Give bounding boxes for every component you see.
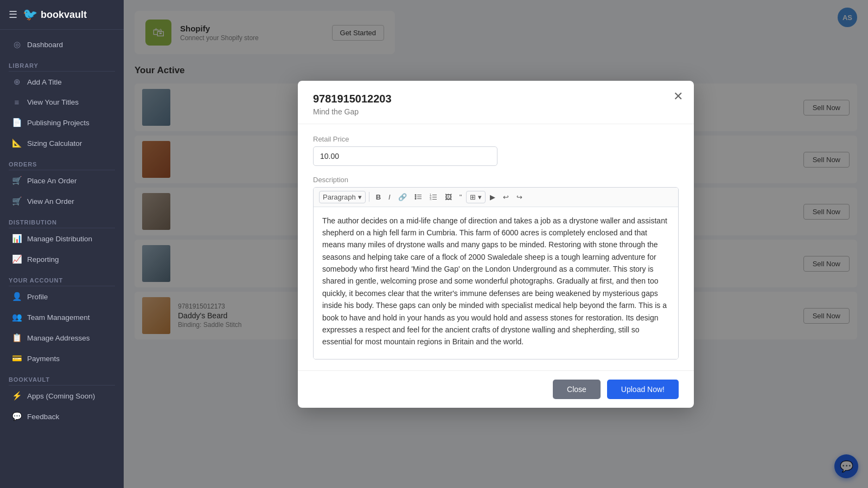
- paragraph-label: Paragraph: [323, 193, 356, 201]
- modal-subtitle: Mind the Gap: [313, 107, 679, 116]
- rich-text-editor: Paragraph ▾ B I 🔗 1.2.3. 🖼: [313, 187, 679, 359]
- view-order-icon: 🛒: [12, 196, 22, 206]
- svg-rect-7: [432, 195, 437, 195]
- profile-icon: 👤: [12, 292, 22, 301]
- italic-button[interactable]: I: [385, 191, 394, 203]
- sidebar-item-payments[interactable]: 💳 Payments: [3, 349, 120, 368]
- reporting-icon: 📈: [12, 254, 22, 264]
- bird-icon: 🐦: [23, 8, 37, 22]
- place-order-icon: 🛒: [12, 176, 22, 185]
- sidebar-item-feedback[interactable]: 💬 Feedback: [3, 407, 120, 426]
- toolbar-divider: [369, 192, 369, 202]
- table-select[interactable]: ⊞ ▾: [466, 191, 486, 203]
- manage-dist-icon: 📊: [12, 234, 22, 243]
- sidebar-item-label: Manage Addresses: [27, 334, 90, 342]
- paragraph-chevron: ▾: [358, 193, 362, 201]
- account-divider: [9, 286, 115, 286]
- feedback-icon: 💬: [12, 412, 22, 421]
- bullet-list-button[interactable]: [411, 191, 425, 203]
- publishing-icon: 📄: [12, 118, 22, 127]
- sidebar-item-label: View Your Titles: [27, 98, 79, 106]
- play-button[interactable]: ▶: [487, 191, 499, 203]
- sidebar-item-label: Feedback: [27, 413, 59, 421]
- svg-point-2: [414, 196, 416, 198]
- sidebar-item-sizing-calculator[interactable]: 📐 Sizing Calculator: [3, 133, 120, 153]
- description-content[interactable]: The author decides on a mid-life change …: [314, 207, 678, 359]
- sidebar-item-label: Add A Title: [27, 78, 62, 86]
- view-titles-icon: ≡: [12, 98, 22, 107]
- modal-close-button[interactable]: ✕: [673, 91, 683, 102]
- sidebar-item-label: Place An Order: [27, 177, 77, 185]
- sidebar-item-label: Reporting: [27, 255, 59, 264]
- modal-isbn: 9781915012203: [313, 93, 679, 105]
- modal-header: 9781915012203 Mind the Gap ✕: [298, 81, 694, 124]
- addresses-icon: 📋: [12, 333, 22, 343]
- main-area: AS 🛍 Shopify Connect your Shopify store …: [124, 0, 868, 488]
- sidebar-item-label: Apps (Coming Soon): [27, 392, 95, 400]
- brand-logo: 🐦 bookvault: [23, 8, 87, 22]
- table-chevron: ▾: [478, 193, 482, 201]
- sidebar-section-orders: Orders: [0, 153, 124, 170]
- modal-body: Retail Price Description Paragraph ▾ B I…: [298, 124, 694, 370]
- brand-name: bookvault: [41, 9, 87, 21]
- sidebar-item-apps[interactable]: ⚡ Apps (Coming Soon): [3, 386, 120, 406]
- sidebar-item-label: Sizing Calculator: [27, 139, 82, 147]
- dashboard-icon: ◎: [12, 40, 22, 49]
- menu-icon[interactable]: ☰: [9, 9, 17, 21]
- ordered-list-button[interactable]: 1.2.3.: [426, 191, 441, 203]
- sidebar-item-manage-addresses[interactable]: 📋 Manage Addresses: [3, 328, 120, 348]
- library-divider: [9, 71, 115, 72]
- sidebar-item-label: Team Management: [27, 313, 90, 322]
- sidebar-header: ☰ 🐦 bookvault: [0, 0, 124, 30]
- sidebar-item-place-order[interactable]: 🛒 Place An Order: [3, 171, 120, 190]
- quote-button[interactable]: ": [456, 191, 465, 203]
- paragraph-select[interactable]: Paragraph ▾: [319, 191, 366, 203]
- sidebar-item-team-management[interactable]: 👥 Team Management: [3, 307, 120, 327]
- sidebar-item-view-order[interactable]: 🛒 View An Order: [3, 191, 120, 211]
- distribution-divider: [9, 228, 115, 228]
- team-icon: 👥: [12, 312, 22, 322]
- image-button[interactable]: 🖼: [442, 191, 455, 203]
- svg-point-0: [414, 194, 416, 196]
- sidebar-item-publishing-projects[interactable]: 📄 Publishing Projects: [3, 113, 120, 132]
- sidebar-item-label: Dashboard: [27, 41, 63, 49]
- bookvault-divider: [9, 385, 115, 386]
- orders-divider: [9, 170, 115, 170]
- bold-button[interactable]: B: [373, 191, 384, 203]
- redo-button[interactable]: ↪: [513, 191, 526, 203]
- payments-icon: 💳: [12, 354, 22, 363]
- svg-rect-3: [417, 197, 422, 197]
- sidebar-item-dashboard[interactable]: ◎ Dashboard: [3, 35, 120, 54]
- sidebar-item-label: Publishing Projects: [27, 119, 90, 127]
- sidebar-item-view-titles[interactable]: ≡ View Your Titles: [3, 93, 120, 112]
- sidebar-item-add-title[interactable]: ⊕ Add A Title: [3, 72, 120, 92]
- svg-rect-11: [432, 199, 437, 200]
- rte-toolbar: Paragraph ▾ B I 🔗 1.2.3. 🖼: [314, 188, 678, 207]
- svg-rect-9: [432, 197, 437, 197]
- modal-overlay: 9781915012203 Mind the Gap ✕ Retail Pric…: [124, 0, 868, 488]
- close-modal-button[interactable]: Close: [553, 380, 601, 399]
- description-label: Description: [313, 176, 679, 184]
- modal-footer: Close Upload Now!: [298, 370, 694, 408]
- retail-price-label: Retail Price: [313, 135, 679, 143]
- svg-text:3.: 3.: [430, 197, 432, 201]
- sidebar-item-label: Manage Distribution: [27, 235, 92, 243]
- svg-rect-1: [417, 195, 422, 195]
- sidebar-item-profile[interactable]: 👤 Profile: [3, 287, 120, 306]
- modal: 9781915012203 Mind the Gap ✕ Retail Pric…: [298, 81, 694, 408]
- sidebar-item-label: Profile: [27, 293, 48, 301]
- sizing-icon: 📐: [12, 138, 22, 148]
- link-button[interactable]: 🔗: [395, 191, 410, 203]
- apps-icon: ⚡: [12, 391, 22, 401]
- sidebar-item-reporting[interactable]: 📈 Reporting: [3, 249, 120, 269]
- retail-price-input[interactable]: [313, 146, 497, 166]
- sidebar-section-bookvault: Bookvault: [0, 369, 124, 385]
- upload-now-button[interactable]: Upload Now!: [607, 380, 679, 399]
- table-icon: ⊞: [470, 193, 476, 201]
- sidebar-item-label: View An Order: [27, 197, 74, 206]
- sidebar: ☰ 🐦 bookvault ◎ Dashboard Library ⊕ Add …: [0, 0, 124, 488]
- sidebar-section-library: Library: [0, 55, 124, 71]
- sidebar-section-distribution: Distribution: [0, 211, 124, 228]
- sidebar-item-manage-distribution[interactable]: 📊 Manage Distribution: [3, 229, 120, 248]
- undo-button[interactable]: ↩: [500, 191, 512, 203]
